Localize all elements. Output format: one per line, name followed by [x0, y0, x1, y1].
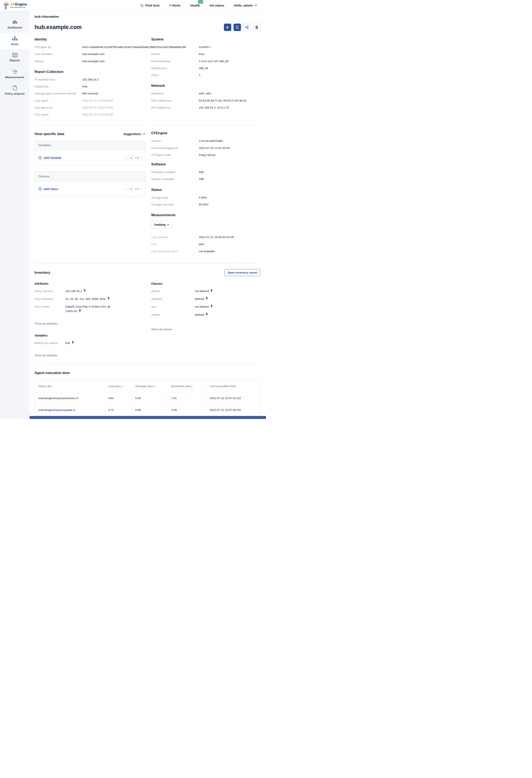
- user-menu[interactable]: Hello, admin: [234, 4, 257, 7]
- suggestions-dropdown[interactable]: Suggestions: [123, 132, 145, 136]
- logo-wordmark: CFEngine: [10, 3, 27, 6]
- page-number-input[interactable]: 1: [128, 155, 134, 161]
- info-row: IPv4 addresses:192.168.33.2, 10.0.2.15: [151, 105, 260, 110]
- sidebar-item-hosts[interactable]: Hosts: [0, 33, 29, 49]
- info-row: Updates available:138: [151, 177, 260, 181]
- topbar: CFEngine ENTERPRISE Find host 7 Hosts OK…: [0, 0, 266, 11]
- pin-icon[interactable]: [79, 310, 81, 313]
- pin-icon[interactable]: [205, 314, 208, 317]
- document-icon: [13, 85, 17, 90]
- measurement-select[interactable]: loadavg ▾: [151, 221, 172, 228]
- run-agent-button[interactable]: [224, 24, 231, 31]
- variables-panel: Variables Add Variable ‹ 1 / 1 ›: [34, 140, 145, 165]
- system-section: System OS:CentOS 7 Kernel:linux Kernel R…: [151, 37, 260, 77]
- updates-available-link[interactable]: 138: [199, 177, 204, 181]
- sidebar-item-label: Dashboard: [8, 26, 22, 29]
- sidebar-item-policy-analyzer[interactable]: Policy analyzer: [0, 82, 29, 99]
- info-row: Architecture:x86_64: [151, 66, 260, 70]
- refresh-button[interactable]: [234, 24, 241, 31]
- nav-hosts-count[interactable]: 7 Hosts: [169, 4, 180, 7]
- info-row: Initiated by:Hub: [34, 84, 145, 89]
- hosts-count-label: 7 Hosts: [169, 4, 180, 7]
- nav-health[interactable]: OK Health: [190, 4, 200, 7]
- column-header: Average (sec.): [131, 380, 168, 392]
- info-row: Last agent run:2022-07-21 10:57+02:00: [34, 105, 145, 110]
- info-row: First report:2022-07-20 11:52+02:00: [34, 112, 145, 117]
- nav-ha-status[interactable]: HA status: [209, 4, 224, 7]
- show-all-attributes-link[interactable]: Show all attributes: [34, 322, 58, 325]
- delete-button[interactable]: [253, 24, 260, 31]
- page-prev-arrow[interactable]: ‹: [126, 187, 127, 191]
- add-variable-button[interactable]: Add Variable: [38, 156, 62, 160]
- table-icon: [12, 53, 17, 57]
- suggestions-label: Suggestions: [123, 132, 141, 136]
- section-heading: Agent execution time: [34, 371, 260, 375]
- info-row: CPUs:2: [151, 73, 260, 77]
- caret-down-icon: ▾: [167, 223, 169, 226]
- inventory-row: redhat: defined: [151, 313, 260, 317]
- show-all-classes-link[interactable]: Show all classes: [151, 328, 172, 331]
- pin-icon[interactable]: [205, 298, 208, 301]
- status-section: Status Average load:0.00% Average free d…: [151, 188, 260, 207]
- sidebar-item-dashboard[interactable]: Dashboard: [0, 16, 29, 33]
- gauge-icon: [12, 20, 18, 24]
- share-button[interactable]: [243, 24, 251, 31]
- column-header: Last (sec.): [105, 380, 131, 392]
- sidebar-item-label: Policy analyzer: [5, 92, 25, 95]
- classes-panel-title: Classes: [35, 171, 145, 181]
- sidebar-item-measurements[interactable]: Measurements: [0, 66, 29, 82]
- inventory-row: xen: not defined: [151, 305, 260, 309]
- pin-icon[interactable]: [210, 306, 213, 309]
- cfengine-logo-mark: [3, 1, 9, 9]
- column-header: Deviation (sec.): [168, 380, 206, 392]
- pin-icon[interactable]: [72, 342, 74, 345]
- find-host-button[interactable]: Find host: [140, 4, 160, 7]
- host-actions: [224, 24, 260, 31]
- sidebar-item-reports[interactable]: Reports: [0, 49, 29, 66]
- classes-pagination: ‹ 1 / 1 ›: [126, 186, 142, 192]
- open-inventory-report-button[interactable]: Open inventory report: [225, 269, 260, 276]
- show-all-variables-link[interactable]: Show all variables: [34, 354, 58, 357]
- page-total-label: / 1: [136, 156, 139, 159]
- inventory-row: Policy Servers: 192.168.33.2: [34, 289, 145, 294]
- page-number-input[interactable]: 1: [128, 186, 134, 192]
- agent-execution-table: Policy file Last (sec.) Average (sec.) D…: [34, 380, 260, 416]
- sidebar-item-label: Reports: [9, 59, 20, 62]
- measurement-select-value: loadavg: [154, 223, 166, 226]
- share-icon: [245, 25, 249, 29]
- add-class-label: Add Class: [43, 187, 58, 191]
- plus-circle-icon: [38, 156, 42, 160]
- pin-icon[interactable]: [83, 290, 86, 293]
- variables-heading: Variables: [34, 334, 145, 337]
- section-heading: Software: [151, 162, 260, 166]
- info-row: Average load:0.00%: [151, 196, 260, 200]
- page-prev-arrow[interactable]: ‹: [126, 156, 127, 160]
- info-row: Fqhost:hub.example.com: [34, 59, 145, 63]
- section-heading: System: [151, 37, 260, 41]
- info-row: IP reported from:192.168.33.2: [34, 78, 145, 82]
- add-class-button[interactable]: Add Class: [38, 187, 58, 191]
- inventory-row: CPU model: Intel(R) Core(TM) i7-9750H CP…: [34, 305, 145, 314]
- footer-bar: [29, 416, 266, 419]
- page-next-arrow[interactable]: ›: [140, 187, 142, 191]
- top-nav: Find host 7 Hosts OK Health HA status He…: [140, 4, 257, 7]
- packages-installed-link[interactable]: 326: [199, 170, 204, 174]
- pin-icon[interactable]: [107, 298, 110, 301]
- section-heading: Network: [151, 84, 260, 88]
- report-collection-section: Report Collection IP reported from:192.1…: [34, 70, 145, 117]
- info-row: Unit:jobs: [151, 242, 260, 246]
- network-section: Network Interfaces:eth0, eth1 MAC addres…: [151, 84, 260, 110]
- info-row: Packages installed:326: [151, 170, 260, 174]
- section-heading: Status: [151, 188, 260, 192]
- play-icon: [226, 26, 229, 29]
- measurements-section: Measurements loadavg ▾ Last updated:2022…: [151, 213, 260, 253]
- inventory-row: debian: not defined: [151, 289, 260, 294]
- attributes-heading: Attributes: [34, 282, 145, 285]
- host-specific-data-header: Host specific data Suggestions: [34, 132, 145, 136]
- cfengine-logo[interactable]: CFEngine ENTERPRISE: [3, 1, 27, 9]
- logo-subtitle: ENTERPRISE: [10, 7, 27, 8]
- table-row: /var/cfengine/inputs/update.cf 0.73 0.68…: [35, 404, 260, 416]
- pin-icon[interactable]: [210, 290, 213, 293]
- info-row: Last measured value:not available: [151, 249, 260, 253]
- page-next-arrow[interactable]: ›: [140, 156, 142, 160]
